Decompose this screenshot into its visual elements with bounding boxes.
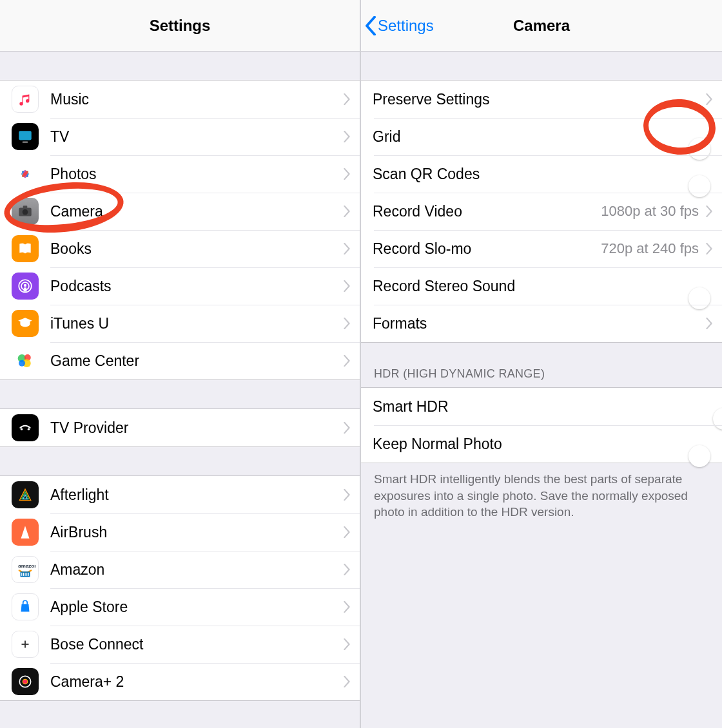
chevron-right-icon: [343, 676, 351, 687]
camera-icon: [12, 198, 39, 225]
row-scan-qr[interactable]: Scan QR Codes: [361, 155, 722, 193]
tv-icon: [12, 123, 39, 150]
hdr-footer-text: Smart HDR intelligently blends the best …: [361, 463, 722, 521]
row-label: TV: [50, 128, 343, 146]
settings-row-cameraplus[interactable]: Camera+ 2: [0, 663, 360, 700]
row-detail: 720p at 240 fps: [601, 240, 699, 257]
row-label: Record Slo-mo: [373, 240, 601, 258]
chevron-right-icon: [343, 93, 351, 105]
chevron-right-icon: [343, 526, 351, 538]
svg-point-19: [19, 360, 25, 367]
row-label: Preserve Settings: [373, 91, 705, 108]
camera-navbar: Settings Camera: [361, 0, 722, 52]
row-label: Camera: [50, 203, 343, 220]
settings-row-gamecenter[interactable]: Game Center: [0, 342, 360, 379]
row-label: Amazon: [50, 561, 343, 579]
afterlight-icon: [12, 481, 39, 508]
svg-point-21: [28, 428, 30, 430]
chevron-right-icon: [343, 206, 351, 217]
cameraplus-icon: [12, 668, 39, 695]
chevron-right-icon: [343, 564, 351, 575]
svg-rect-12: [23, 206, 28, 208]
settings-screen: Settings MusicTVPhotosCameraBooksPodcast…: [0, 0, 361, 728]
settings-group-tvprovider: TV Provider: [0, 408, 360, 447]
row-label: Podcasts: [50, 278, 343, 295]
chevron-right-icon: [343, 280, 351, 292]
settings-row-podcasts[interactable]: Podcasts: [0, 267, 360, 305]
row-label: iTunes U: [50, 315, 343, 332]
settings-row-amazon[interactable]: amazonAmazon: [0, 551, 360, 588]
row-stereo[interactable]: Record Stereo Sound: [361, 267, 722, 305]
applestore-icon: [12, 593, 39, 620]
podcasts-icon: [12, 273, 39, 300]
row-label: AirBrush: [50, 524, 343, 541]
chevron-right-icon: [343, 422, 351, 434]
settings-title: Settings: [150, 17, 211, 35]
settings-row-tvprov[interactable]: TV Provider: [0, 409, 360, 446]
tvprov-icon: [12, 414, 39, 441]
chevron-right-icon: [343, 131, 351, 142]
row-label: Bose Connect: [50, 636, 343, 653]
chevron-right-icon: [705, 206, 713, 217]
camera-group-main: Preserve Settings Grid Scan QR Codes Rec…: [361, 80, 722, 343]
chevron-right-icon: [343, 638, 351, 650]
chevron-left-icon: [365, 16, 376, 35]
camera-group-hdr: Smart HDR Keep Normal Photo: [361, 387, 722, 463]
books-icon: [12, 235, 39, 262]
settings-row-bose[interactable]: Bose Connect: [0, 626, 360, 663]
back-label: Settings: [378, 17, 434, 35]
chevron-right-icon: [705, 93, 713, 105]
photos-icon: [12, 160, 39, 187]
settings-row-airbrush[interactable]: AirBrush: [0, 513, 360, 551]
settings-row-photos[interactable]: Photos: [0, 155, 360, 193]
settings-row-applestore[interactable]: Apple Store: [0, 588, 360, 626]
chevron-right-icon: [343, 601, 351, 613]
chevron-right-icon: [343, 243, 351, 254]
camera-title: Camera: [513, 17, 570, 35]
settings-row-tv[interactable]: TV: [0, 118, 360, 155]
settings-row-music[interactable]: Music: [0, 81, 360, 118]
row-label: Scan QR Codes: [373, 166, 712, 183]
svg-point-11: [23, 209, 28, 215]
chevron-right-icon: [343, 168, 351, 180]
settings-group-thirdparty: AfterlightAirBrushamazonAmazonApple Stor…: [0, 475, 360, 701]
settings-content[interactable]: MusicTVPhotosCameraBooksPodcastsiTunes U…: [0, 52, 360, 728]
camera-screen: Settings Camera Preserve Settings Grid S…: [361, 0, 722, 728]
row-label: Camera+ 2: [50, 673, 343, 691]
row-label: TV Provider: [50, 419, 343, 437]
row-label: Grid: [373, 128, 712, 146]
row-label: Game Center: [50, 352, 343, 370]
settings-row-books[interactable]: Books: [0, 230, 360, 267]
svg-point-15: [24, 284, 26, 287]
row-label: Afterlight: [50, 486, 343, 504]
row-label: Record Video: [373, 203, 601, 220]
itunesu-icon: [12, 310, 39, 337]
airbrush-icon: [12, 519, 39, 546]
hdr-section-header: HDR (HIGH DYNAMIC RANGE): [361, 343, 722, 387]
row-record-slomo[interactable]: Record Slo-mo 720p at 240 fps: [361, 230, 722, 267]
row-label: Music: [50, 91, 343, 108]
settings-row-itunesu[interactable]: iTunes U: [0, 305, 360, 342]
chevron-right-icon: [343, 355, 351, 367]
amazon-icon: amazon: [12, 556, 39, 583]
row-record-video[interactable]: Record Video 1080p at 30 fps: [361, 193, 722, 230]
row-preserve-settings[interactable]: Preserve Settings: [361, 81, 722, 118]
bose-icon: [12, 631, 39, 658]
camera-content[interactable]: Preserve Settings Grid Scan QR Codes Rec…: [361, 52, 722, 728]
row-label: Record Stereo Sound: [373, 278, 712, 295]
row-formats[interactable]: Formats: [361, 305, 722, 342]
chevron-right-icon: [705, 243, 713, 254]
settings-row-afterlight[interactable]: Afterlight: [0, 476, 360, 513]
row-label: Formats: [373, 315, 705, 332]
row-label: Apple Store: [50, 599, 343, 616]
svg-point-20: [21, 428, 23, 430]
chevron-right-icon: [343, 318, 351, 329]
row-smart-hdr[interactable]: Smart HDR: [361, 388, 722, 425]
row-grid[interactable]: Grid: [361, 118, 722, 155]
row-keep-normal[interactable]: Keep Normal Photo: [361, 425, 722, 463]
settings-group-apps: MusicTVPhotosCameraBooksPodcastsiTunes U…: [0, 80, 360, 380]
chevron-right-icon: [343, 489, 351, 501]
row-label: Smart HDR: [373, 398, 712, 416]
back-button[interactable]: Settings: [365, 0, 434, 52]
settings-row-camera[interactable]: Camera: [0, 193, 360, 230]
